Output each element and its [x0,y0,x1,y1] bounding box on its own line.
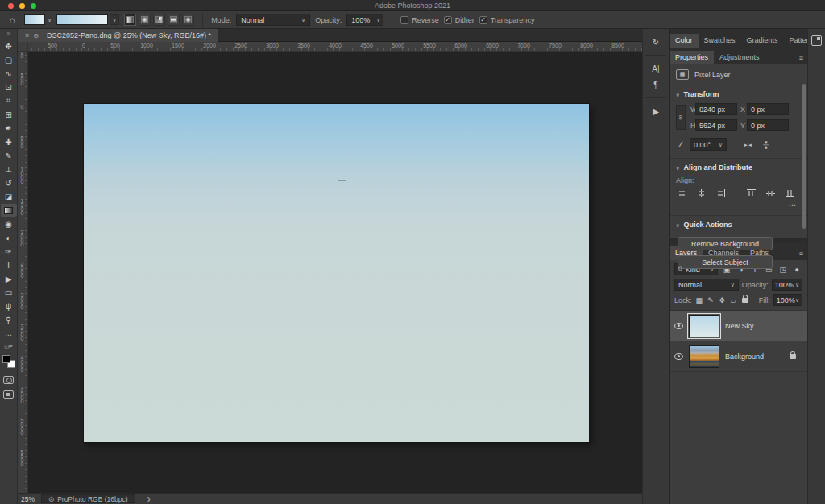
dodge-tool[interactable]: ◐ [1,231,17,244]
filter-smart-objects-icon[interactable]: ◳ [777,266,788,274]
foreground-background-swatches[interactable] [2,355,15,368]
layer-name[interactable]: New Sky [725,322,754,330]
blend-mode-select[interactable]: Normal ∨ [674,279,739,291]
character-panel-icon[interactable]: A| [646,60,665,76]
eyedropper-tool[interactable]: ✒ [1,122,17,134]
paragraph-panel-icon[interactable]: ¶ [646,76,665,93]
shape-tool[interactable]: ▭ [1,286,17,299]
linear-gradient-button[interactable] [124,14,136,26]
flip-horizontal-icon[interactable]: ▸|◂ [744,142,752,148]
properties-scrollbar[interactable] [802,84,806,229]
panel-menu-icon[interactable]: ≡ [799,54,803,64]
spot-healing-tool[interactable]: ✚ [1,135,17,148]
tool-preset-picker[interactable]: ∨ [24,14,52,25]
angle-gradient-button[interactable] [153,14,165,26]
zoom-tool[interactable]: ⚲ [1,313,17,326]
layer-visibility-eye-icon[interactable] [674,323,683,329]
status-options-chevron[interactable]: ❯ [147,496,151,502]
tab-adjustments[interactable]: Adjustments [714,51,765,64]
history-panel-icon[interactable]: ↻ [646,34,665,50]
lock-transparency-icon[interactable]: ▦ [695,296,703,304]
layer-thumbnail[interactable] [689,315,719,337]
frame-tool[interactable]: ⊞ [1,108,17,121]
link-dimensions-icon[interactable]: ∞ [676,105,686,130]
document-tab[interactable]: × ⊙ _DSC2052-Pano.dng @ 25% (New Sky, RG… [18,29,218,42]
lasso-tool[interactable]: ∿ [1,67,17,80]
zoom-level-field[interactable]: 25% [18,495,41,503]
mode-select[interactable]: Normal ∨ [236,14,310,26]
pasteboard[interactable] [28,52,642,493]
panel-menu-icon[interactable]: ≡ [799,250,803,260]
opacity-select[interactable]: 100% ∨ [346,14,383,26]
fill-select[interactable]: 100% ∨ [773,294,802,306]
width-field[interactable]: 8240 px [695,103,737,115]
gradient-tool[interactable] [1,204,17,217]
tab-color[interactable]: Color [670,34,699,48]
flip-vertical-icon[interactable]: ▸|◂ [763,141,769,148]
dither-checkbox[interactable]: ✓ Dither [444,16,475,24]
hand-tool[interactable]: ψ [1,300,17,312]
edit-toolbar-icon[interactable]: ⋯ [5,331,12,339]
tab-gradients[interactable]: Gradients [741,34,784,48]
align-right-icon[interactable] [716,189,725,197]
remove-background-button[interactable]: Remove Background [678,237,773,250]
tab-swatches[interactable]: Swatches [699,34,741,48]
libraries-panel-icon[interactable] [811,35,822,46]
path-selection-tool[interactable]: ▶ [1,272,17,285]
lock-all-icon[interactable] [741,296,749,304]
status-info-well[interactable]: ⊙ ProPhoto RGB (16bpc) [41,494,135,503]
align-section-header[interactable]: ∨ Align and Distribute [670,159,807,175]
height-field[interactable]: 5624 px [695,119,737,131]
x-field[interactable]: 0 px [747,103,789,115]
pen-tool[interactable]: ✑ [1,245,17,258]
type-tool[interactable]: T [1,258,17,271]
select-subject-button[interactable]: Select Subject [678,255,773,269]
crop-tool[interactable]: ⌗ [1,94,17,107]
lock-pixels-icon[interactable]: ✎ [707,296,715,304]
layer-thumbnail[interactable] [689,345,719,368]
lock-position-icon[interactable]: ✥ [718,296,726,304]
home-icon[interactable]: ⌂ [5,14,19,26]
align-center-vertical-icon[interactable] [766,189,775,197]
layer-row-background[interactable]: Background [670,341,807,372]
layer-visibility-eye-icon[interactable] [674,353,683,360]
filter-toggle-icon[interactable]: ● [792,266,802,274]
blur-tool[interactable]: ◉ [1,217,17,230]
object-selection-tool[interactable]: ⊡ [1,81,17,93]
transform-section-header[interactable]: ∨ Transform [670,85,807,101]
clone-stamp-tool[interactable]: ⊥ [1,163,17,176]
layers-opacity-select[interactable]: 100% ∨ [772,279,802,291]
lock-artboard-icon[interactable]: ▱ [729,296,737,304]
align-bottom-icon[interactable] [786,189,794,197]
eraser-tool[interactable]: ◪ [1,190,17,203]
brush-tool[interactable]: ✎ [1,149,17,162]
toolbar-collapse-icon[interactable]: » [7,29,10,39]
align-top-icon[interactable] [747,189,756,197]
canvas-image[interactable] [84,104,589,442]
reverse-checkbox[interactable]: Reverse [400,16,439,24]
close-tab-icon[interactable]: × [25,31,29,39]
align-center-horizontal-icon[interactable] [697,189,706,197]
foreground-color-swatch[interactable] [2,355,10,363]
tab-properties[interactable]: Properties [670,51,714,64]
diamond-gradient-button[interactable] [182,14,194,26]
align-left-icon[interactable] [678,189,686,197]
layer-row-new-sky[interactable]: New Sky [670,311,807,341]
transparency-checkbox[interactable]: ✓ Transparency [479,16,535,24]
layer-name[interactable]: Background [725,353,764,361]
y-field[interactable]: 0 px [747,119,789,131]
gradient-picker[interactable]: ∨ [56,14,119,25]
history-brush-tool[interactable]: ↺ [1,176,17,189]
actions-panel-icon[interactable]: ▶ [646,103,665,119]
marquee-tool[interactable]: ▢ [1,53,17,66]
quick-mask-button[interactable] [3,376,14,384]
align-more-button[interactable]: ⋯ [670,199,807,209]
screen-mode-button[interactable] [3,390,14,399]
move-tool[interactable]: ✥ [1,39,17,52]
gradient-picker-chevron[interactable]: ∨ [110,14,119,25]
reflected-gradient-button[interactable] [168,14,180,26]
angle-field[interactable]: 0.00° ∨ [690,138,727,151]
default-colors-icon[interactable]: ◱⇄ [4,344,13,349]
quick-actions-header[interactable]: ∨ Quick Actions [670,216,807,232]
radial-gradient-button[interactable] [139,14,151,26]
